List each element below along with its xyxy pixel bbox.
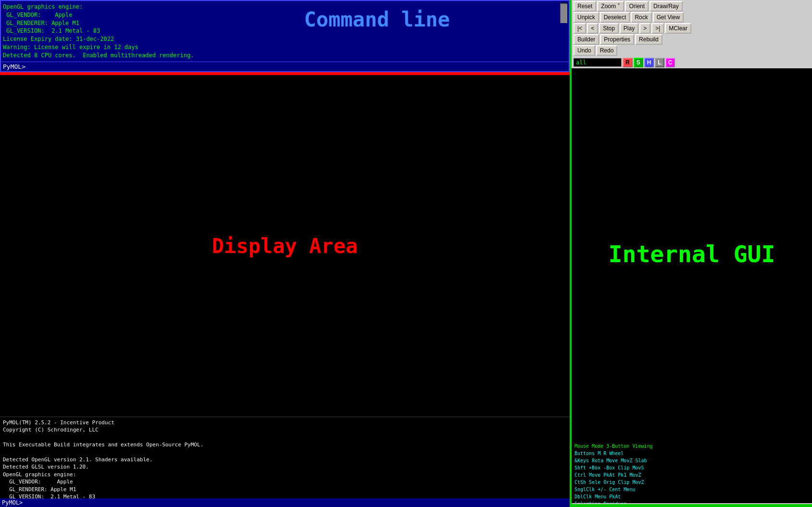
rock-button[interactable]: Rock [631, 12, 651, 23]
builder-button[interactable]: Builder [574, 34, 599, 45]
bottom-prompt-label: PyMOL> [2, 499, 23, 506]
undo-button[interactable]: Undo [574, 45, 595, 56]
toolbar-row-1: Reset Zoom ˅ Orient Draw/Ray [574, 1, 810, 12]
fastforward-button[interactable]: >| [651, 23, 664, 34]
mouse-mode-area: Mouse Mode 3-Button Viewing Buttons M R … [572, 441, 812, 503]
toolbar-row-2: Unpick Deselect Rock Get View [574, 12, 810, 23]
mouse-rows: Buttons M R Wheel &Keys Rota Move MovZ S… [575, 450, 809, 503]
command-header: OpenGL graphics engine: GL_VENDOR: Apple… [1, 1, 569, 62]
bottom-log-text: PyMOL(TM) 2.5.2 - Incentive Product Copy… [3, 419, 567, 498]
sel-h-button[interactable]: H [644, 58, 654, 67]
internal-gui: Internal GUI [572, 68, 812, 441]
pymol-input[interactable] [25, 63, 567, 70]
toolbar: Reset Zoom ˅ Orient Draw/Ray Unpick Dese… [572, 0, 812, 57]
main-area: OpenGL graphics engine: GL_VENDOR: Apple… [0, 0, 572, 507]
display-area: Display Area [0, 75, 570, 417]
mouse-row: SnglClk +/- Cent Menu [575, 486, 809, 493]
selection-input[interactable] [574, 58, 622, 67]
info-text: OpenGL graphics engine: GL_VENDOR: Apple… [3, 3, 194, 60]
mouse-row: Selecting Residues [575, 500, 809, 503]
sel-c-button[interactable]: C [665, 58, 675, 67]
mouse-row: Shft +Box -Box Clip MovS [575, 464, 809, 471]
sel-l-button[interactable]: L [655, 58, 664, 67]
toolbar-row-3: |< < Stop Play > >| MClear [574, 23, 810, 34]
mouse-mode-header: Mouse Mode 3-Button Viewing [575, 443, 809, 450]
sel-r-button[interactable]: R [623, 58, 633, 67]
deselect-button[interactable]: Deselect [600, 12, 630, 23]
selection-bar: R S H L C [572, 57, 812, 68]
zoom-arrow-icon: ˅ [617, 3, 620, 10]
green-bottom-bar [572, 504, 812, 507]
toolbar-row-4: Builder Properties Rebuild [574, 34, 810, 45]
mouse-row: Ctrl Move PkAt Pk1 MovZ [575, 471, 809, 479]
scrollbar-area[interactable] [560, 3, 567, 23]
reset-button[interactable]: Reset [574, 1, 596, 12]
bottom-log: PyMOL(TM) 2.5.2 - Incentive Product Copy… [0, 417, 570, 498]
rewind-button[interactable]: |< [574, 23, 586, 34]
get-view-button[interactable]: Get View [653, 12, 684, 23]
pymol-input-area: PyMOL> [1, 62, 569, 71]
command-area: OpenGL graphics engine: GL_VENDOR: Apple… [0, 0, 570, 72]
draw-ray-button[interactable]: Draw/Ray [650, 1, 683, 12]
redo-button[interactable]: Redo [596, 45, 618, 56]
stop-button[interactable]: Stop [599, 23, 619, 34]
pymol-prompt-bottom: PyMOL> [0, 498, 570, 507]
command-line-title: Command line [194, 3, 560, 36]
mclear-button[interactable]: MClear [665, 23, 691, 34]
pymol-prompt: PyMOL> [3, 63, 25, 70]
zoom-button[interactable]: Zoom ˅ [597, 1, 624, 12]
rebuild-button[interactable]: Rebuild [635, 34, 662, 45]
sel-s-button[interactable]: S [634, 58, 643, 67]
play-button[interactable]: Play [620, 23, 638, 34]
unpick-button[interactable]: Unpick [574, 12, 599, 23]
orient-button[interactable]: Orient [625, 1, 649, 12]
next-button[interactable]: > [639, 23, 650, 34]
prev-button[interactable]: < [587, 23, 598, 34]
zoom-label: Zoom [601, 3, 616, 10]
internal-gui-label: Internal GUI [609, 241, 775, 268]
toolbar-row-5: Undo Redo [574, 45, 810, 56]
properties-button[interactable]: Properties [600, 34, 634, 45]
right-panel: Reset Zoom ˅ Orient Draw/Ray Unpick Dese… [572, 0, 812, 507]
mouse-row: &Keys Rota Move MovZ Slab [575, 457, 809, 464]
mouse-row: CtSh Sele Orig Clip MovZ [575, 479, 809, 486]
mouse-row: DblClk Menu PkAt [575, 493, 809, 500]
display-area-label: Display Area [212, 234, 358, 258]
mouse-row: Buttons M R Wheel [575, 450, 809, 457]
scrollbar-thumb[interactable] [561, 4, 567, 23]
